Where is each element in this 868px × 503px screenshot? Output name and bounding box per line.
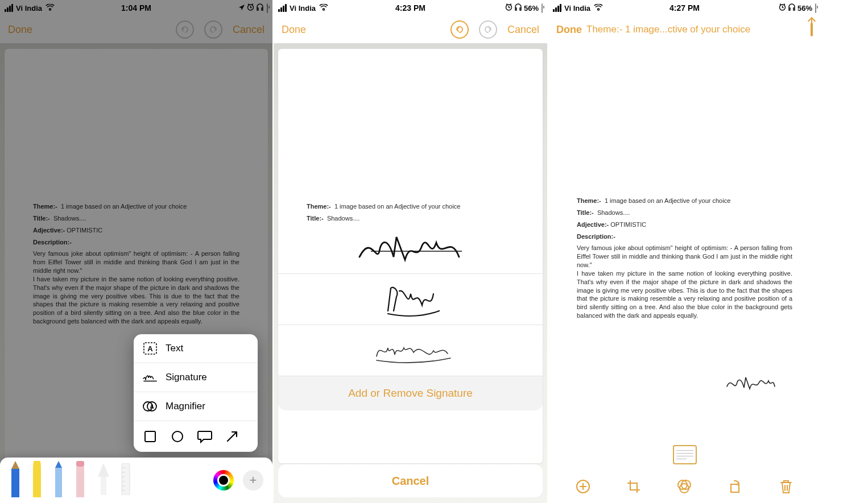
sheet-cancel-label: Cancel: [392, 475, 429, 488]
pencil-tool-blue[interactable]: [52, 461, 65, 500]
svg-rect-13: [55, 468, 62, 497]
share-button[interactable]: [811, 24, 813, 36]
undo-button[interactable]: [450, 20, 469, 39]
arrow-shape-icon[interactable]: [225, 429, 239, 444]
document-view[interactable]: Theme:- 1 image based on an Adjective of…: [548, 43, 821, 503]
doc-adjective-label: Adjective:-: [577, 221, 609, 228]
menu-item-magnifier[interactable]: A Magnifier: [134, 392, 258, 421]
menu-item-text-label: Text: [166, 343, 183, 354]
doc-theme-value: 1 image based on an Adjective of your ch…: [605, 197, 730, 204]
markup-add-menu: A Text Signature A Magnifier: [134, 334, 258, 452]
doc-description-label: Description:-: [577, 233, 615, 240]
add-remove-signature-button[interactable]: Add or Remove Signature: [278, 376, 543, 410]
markup-toolbar: +: [0, 458, 272, 503]
menu-item-text[interactable]: A Text: [134, 334, 258, 363]
svg-text:A: A: [147, 344, 153, 353]
svg-marker-10: [33, 461, 41, 467]
sheet-cancel-button[interactable]: Cancel: [278, 464, 543, 497]
rotate-button[interactable]: [727, 478, 744, 495]
add-page-button[interactable]: [574, 478, 592, 495]
document-title: Theme:- 1 image...ctive of your choice: [586, 24, 811, 35]
svg-marker-12: [55, 461, 62, 468]
text-icon: A: [143, 341, 158, 356]
eraser-tool[interactable]: [74, 461, 86, 500]
filter-button[interactable]: [676, 478, 693, 495]
circle-shape-icon[interactable]: [170, 429, 185, 444]
signature-option-2[interactable]: [278, 274, 543, 325]
page-thumbnail[interactable]: [673, 445, 697, 464]
clock-label: 4:23 PM: [274, 3, 547, 13]
color-picker-button[interactable]: [213, 470, 234, 490]
svg-rect-6: [145, 431, 155, 442]
delete-button[interactable]: [778, 478, 795, 495]
nav-bar: Done Theme:- 1 image...ctive of your cho…: [548, 16, 821, 43]
signature-preview-2: [348, 280, 473, 319]
done-button[interactable]: Done: [282, 24, 306, 36]
svg-rect-15: [76, 467, 84, 497]
crop-button[interactable]: [625, 478, 642, 495]
doc-title-value: Shadows....: [327, 215, 359, 222]
pen-tool-blue[interactable]: [9, 461, 22, 500]
svg-point-30: [680, 484, 689, 493]
signature-action-sheet: Add or Remove Signature: [278, 223, 543, 410]
menu-item-signature[interactable]: Signature: [134, 363, 258, 392]
scan-edit-toolbar: [548, 470, 821, 503]
svg-marker-8: [11, 461, 19, 469]
doc-title-label: Title:-: [577, 209, 594, 216]
signature-preview-3: [348, 331, 473, 371]
doc-theme-value: 1 image based on an Adjective of your ch…: [334, 203, 460, 210]
svg-rect-14: [76, 461, 84, 467]
speech-bubble-icon[interactable]: [197, 429, 212, 444]
svg-text:A: A: [150, 404, 154, 410]
add-remove-signature-label: Add or Remove Signature: [348, 387, 473, 400]
svg-marker-16: [98, 463, 109, 477]
svg-point-7: [172, 431, 183, 442]
highlighter-tool-yellow[interactable]: [31, 461, 43, 500]
magnifier-icon: A: [143, 399, 158, 414]
svg-rect-11: [33, 467, 41, 497]
signature-preview-1: [348, 228, 473, 268]
doc-theme-label: Theme:-: [577, 197, 601, 204]
nav-bar: Done Cancel: [274, 16, 547, 43]
doc-title-label: Title:-: [307, 215, 324, 222]
svg-rect-31: [731, 484, 739, 492]
redo-button[interactable]: [479, 20, 497, 39]
doc-title-value: Shadows....: [597, 209, 630, 216]
signature-option-3[interactable]: [278, 325, 543, 376]
menu-item-signature-label: Signature: [166, 372, 207, 383]
doc-description-body: Very famous joke about optimism" height …: [577, 244, 792, 320]
svg-rect-17: [101, 477, 106, 495]
status-bar: Vi India 4:23 PM 56%: [274, 0, 547, 16]
scanned-document: Theme:- 1 image based on an Adjective of…: [548, 43, 821, 429]
signature-option-1[interactable]: [278, 223, 543, 274]
svg-rect-9: [11, 469, 19, 497]
inserted-signature[interactable]: [724, 374, 775, 391]
share-icon: [811, 23, 813, 36]
ruler-tool[interactable]: [121, 463, 131, 497]
cancel-button[interactable]: Cancel: [507, 24, 539, 36]
add-shape-button[interactable]: +: [243, 470, 263, 490]
doc-adjective-value: OPTIMISTIC: [610, 221, 646, 228]
lasso-tool[interactable]: [96, 463, 111, 497]
done-button[interactable]: Done: [556, 24, 582, 36]
status-bar: Vi India 4:27 PM 56%: [548, 0, 821, 16]
clock-label: 4:27 PM: [548, 3, 821, 13]
signature-icon: [143, 370, 158, 385]
doc-theme-label: Theme:-: [307, 203, 331, 210]
menu-item-magnifier-label: Magnifier: [166, 401, 205, 412]
rectangle-shape-icon[interactable]: [143, 429, 158, 444]
